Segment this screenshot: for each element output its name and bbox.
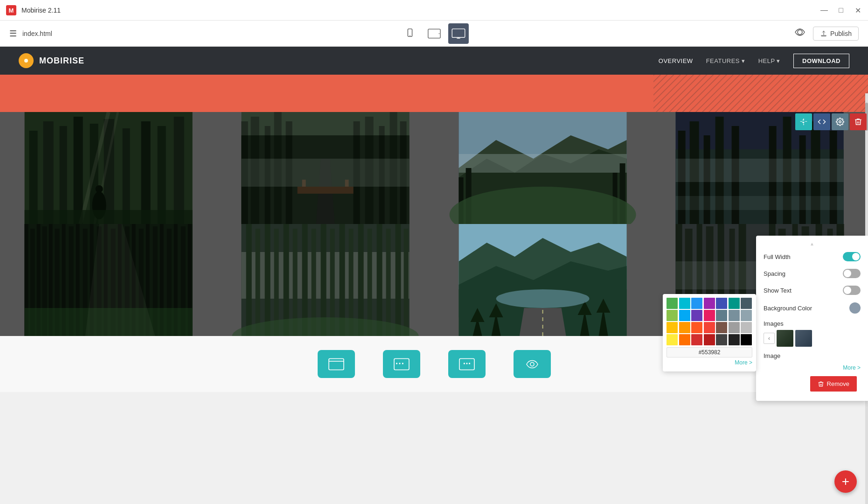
toolbar-left: ☰ index.html [9,28,52,39]
icon-4 [514,350,551,378]
close-button[interactable]: ✕ [853,6,862,15]
color-swatch[interactable] [704,322,715,333]
spacing-toggle[interactable] [843,269,861,278]
spacing-row: Spacing [756,265,868,282]
svg-rect-109 [274,229,279,336]
show-text-toggle[interactable] [843,286,861,295]
svg-point-11 [24,59,28,63]
color-input-row [667,347,752,357]
color-swatch[interactable] [704,334,715,345]
color-swatch[interactable] [679,310,690,321]
publish-button[interactable]: Publish [813,27,859,41]
section-settings-button[interactable] [832,113,848,130]
color-swatch[interactable] [729,322,740,333]
icon-3 [448,350,486,378]
svg-rect-13 [653,75,868,112]
svg-point-29 [96,185,103,193]
color-swatch[interactable] [679,334,690,345]
hamburger-button[interactable]: ☰ [9,28,17,39]
nav-features[interactable]: FEATURES ▾ [706,57,745,64]
toolbar-right: Publish [794,27,859,41]
brand-name: MOBIRISE [39,56,84,66]
maximize-button[interactable]: □ [836,6,846,15]
color-swatch[interactable] [667,310,678,321]
svg-rect-161 [329,358,344,370]
nav-help[interactable]: HELP ▾ [758,57,780,64]
svg-rect-108 [265,224,271,336]
brand-icon [19,53,34,68]
svg-rect-23 [141,121,151,224]
hex-color-input[interactable] [667,347,752,357]
gallery-cell-6 [217,224,434,336]
gallery-cell-2 [217,112,434,224]
svg-point-164 [396,363,397,364]
color-picker-panel: More > [663,294,756,371]
color-swatch[interactable] [716,298,727,309]
images-row: Images ‹ [756,317,868,350]
full-width-label: Full Width [764,253,791,260]
tablet-view-button[interactable] [424,23,444,44]
color-swatch[interactable] [741,310,752,321]
color-swatch[interactable] [741,298,752,309]
show-text-toggle-knob [844,287,851,294]
svg-point-170 [469,363,470,364]
svg-rect-6 [452,28,465,37]
color-swatch[interactable] [704,298,715,309]
svg-rect-25 [174,117,184,224]
svg-point-5 [438,33,439,34]
color-more-link[interactable]: More > [667,357,752,368]
svg-rect-18 [60,126,67,224]
gallery-cell-3 [434,112,651,224]
image-thumb-2[interactable] [795,330,812,347]
section-code-button[interactable] [813,113,830,130]
desktop-view-button[interactable] [448,23,469,44]
color-swatch[interactable] [729,310,740,321]
site-navbar: MOBIRISE OVERVIEW FEATURES ▾ HELP ▾ DOWN… [0,47,868,75]
section-toolbar [795,113,867,130]
color-swatch[interactable] [667,298,678,309]
images-label: Images [764,320,861,327]
color-swatch[interactable] [691,310,702,321]
color-swatch[interactable] [741,322,752,333]
image-thumb-1[interactable] [777,330,793,347]
svg-rect-48 [242,112,410,135]
fab-button[interactable]: + [834,470,857,493]
bg-color-toggle[interactable] [849,302,861,314]
svg-rect-17 [43,121,54,224]
color-swatch[interactable] [691,322,702,333]
svg-rect-22 [123,128,130,224]
color-swatch[interactable] [667,322,678,333]
color-swatch[interactable] [716,310,727,321]
mobile-view-button[interactable] [400,23,420,44]
color-swatch[interactable] [679,322,690,333]
download-button[interactable]: DOWNLOAD [793,54,849,68]
svg-rect-106 [246,224,252,336]
color-swatch[interactable] [729,334,740,345]
color-swatch[interactable] [729,298,740,309]
color-swatch[interactable] [691,334,702,345]
section-move-button[interactable] [795,113,812,130]
color-swatch[interactable] [704,310,715,321]
nav-overview[interactable]: OVERVIEW [659,57,693,64]
more-link[interactable]: More > [843,363,861,373]
full-width-toggle[interactable] [843,252,861,261]
site-nav-links: OVERVIEW FEATURES ▾ HELP ▾ DOWNLOAD [659,54,849,68]
color-swatch[interactable] [716,334,727,345]
gallery-cell-7 [434,224,651,336]
svg-rect-73 [675,196,843,210]
color-swatch[interactable] [691,298,702,309]
remove-button[interactable]: Remove [810,376,857,392]
icon-2 [383,350,420,378]
minimize-button[interactable]: — [819,6,829,15]
svg-point-165 [399,363,400,364]
prev-image-button[interactable]: ‹ [764,333,775,344]
color-swatch[interactable] [667,334,678,345]
svg-point-9 [798,30,802,35]
color-swatch[interactable] [716,322,727,333]
svg-rect-120 [377,224,382,336]
color-swatch[interactable] [679,298,690,309]
color-swatch[interactable] [741,334,752,345]
title-bar-controls: — □ ✕ [819,0,862,21]
preview-button[interactable] [794,27,806,40]
section-delete-button[interactable] [850,113,867,130]
